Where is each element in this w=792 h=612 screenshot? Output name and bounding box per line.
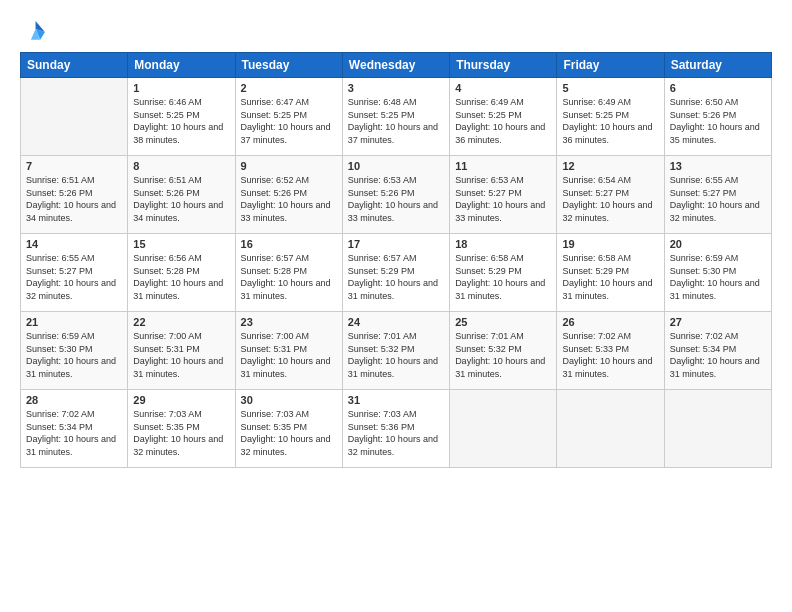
cell-info: Sunrise: 6:57 AMSunset: 5:29 PMDaylight:… bbox=[348, 252, 444, 302]
calendar-cell: 17Sunrise: 6:57 AMSunset: 5:29 PMDayligh… bbox=[342, 234, 449, 312]
cell-info: Sunrise: 7:03 AMSunset: 5:35 PMDaylight:… bbox=[133, 408, 229, 458]
cell-info: Sunrise: 7:02 AMSunset: 5:34 PMDaylight:… bbox=[26, 408, 122, 458]
cell-info: Sunrise: 6:57 AMSunset: 5:28 PMDaylight:… bbox=[241, 252, 337, 302]
calendar-cell: 20Sunrise: 6:59 AMSunset: 5:30 PMDayligh… bbox=[664, 234, 771, 312]
calendar-cell: 13Sunrise: 6:55 AMSunset: 5:27 PMDayligh… bbox=[664, 156, 771, 234]
cell-info: Sunrise: 6:53 AMSunset: 5:27 PMDaylight:… bbox=[455, 174, 551, 224]
calendar-cell: 31Sunrise: 7:03 AMSunset: 5:36 PMDayligh… bbox=[342, 390, 449, 468]
logo bbox=[20, 18, 52, 46]
day-number: 17 bbox=[348, 238, 444, 250]
week-row-5: 28Sunrise: 7:02 AMSunset: 5:34 PMDayligh… bbox=[21, 390, 772, 468]
day-number: 22 bbox=[133, 316, 229, 328]
calendar-cell: 14Sunrise: 6:55 AMSunset: 5:27 PMDayligh… bbox=[21, 234, 128, 312]
calendar-cell: 7Sunrise: 6:51 AMSunset: 5:26 PMDaylight… bbox=[21, 156, 128, 234]
calendar-cell: 8Sunrise: 6:51 AMSunset: 5:26 PMDaylight… bbox=[128, 156, 235, 234]
day-number: 26 bbox=[562, 316, 658, 328]
cell-info: Sunrise: 7:01 AMSunset: 5:32 PMDaylight:… bbox=[348, 330, 444, 380]
day-number: 14 bbox=[26, 238, 122, 250]
cell-info: Sunrise: 6:49 AMSunset: 5:25 PMDaylight:… bbox=[455, 96, 551, 146]
day-header-sunday: Sunday bbox=[21, 53, 128, 78]
calendar-cell: 9Sunrise: 6:52 AMSunset: 5:26 PMDaylight… bbox=[235, 156, 342, 234]
calendar-cell: 10Sunrise: 6:53 AMSunset: 5:26 PMDayligh… bbox=[342, 156, 449, 234]
cell-info: Sunrise: 7:01 AMSunset: 5:32 PMDaylight:… bbox=[455, 330, 551, 380]
calendar-cell: 3Sunrise: 6:48 AMSunset: 5:25 PMDaylight… bbox=[342, 78, 449, 156]
calendar-cell: 23Sunrise: 7:00 AMSunset: 5:31 PMDayligh… bbox=[235, 312, 342, 390]
cell-info: Sunrise: 6:59 AMSunset: 5:30 PMDaylight:… bbox=[670, 252, 766, 302]
cell-info: Sunrise: 6:49 AMSunset: 5:25 PMDaylight:… bbox=[562, 96, 658, 146]
calendar-cell: 26Sunrise: 7:02 AMSunset: 5:33 PMDayligh… bbox=[557, 312, 664, 390]
day-number: 6 bbox=[670, 82, 766, 94]
calendar-cell: 12Sunrise: 6:54 AMSunset: 5:27 PMDayligh… bbox=[557, 156, 664, 234]
day-number: 25 bbox=[455, 316, 551, 328]
cell-info: Sunrise: 6:59 AMSunset: 5:30 PMDaylight:… bbox=[26, 330, 122, 380]
calendar-cell: 22Sunrise: 7:00 AMSunset: 5:31 PMDayligh… bbox=[128, 312, 235, 390]
day-number: 31 bbox=[348, 394, 444, 406]
cell-info: Sunrise: 6:47 AMSunset: 5:25 PMDaylight:… bbox=[241, 96, 337, 146]
calendar-cell: 5Sunrise: 6:49 AMSunset: 5:25 PMDaylight… bbox=[557, 78, 664, 156]
calendar-cell: 4Sunrise: 6:49 AMSunset: 5:25 PMDaylight… bbox=[450, 78, 557, 156]
calendar-page: SundayMondayTuesdayWednesdayThursdayFrid… bbox=[0, 0, 792, 612]
calendar-cell: 30Sunrise: 7:03 AMSunset: 5:35 PMDayligh… bbox=[235, 390, 342, 468]
day-number: 19 bbox=[562, 238, 658, 250]
cell-info: Sunrise: 7:02 AMSunset: 5:33 PMDaylight:… bbox=[562, 330, 658, 380]
cell-info: Sunrise: 7:00 AMSunset: 5:31 PMDaylight:… bbox=[241, 330, 337, 380]
cell-info: Sunrise: 7:03 AMSunset: 5:35 PMDaylight:… bbox=[241, 408, 337, 458]
day-number: 23 bbox=[241, 316, 337, 328]
cell-info: Sunrise: 6:46 AMSunset: 5:25 PMDaylight:… bbox=[133, 96, 229, 146]
calendar-cell: 27Sunrise: 7:02 AMSunset: 5:34 PMDayligh… bbox=[664, 312, 771, 390]
day-number: 11 bbox=[455, 160, 551, 172]
calendar-cell: 16Sunrise: 6:57 AMSunset: 5:28 PMDayligh… bbox=[235, 234, 342, 312]
day-number: 8 bbox=[133, 160, 229, 172]
week-row-2: 7Sunrise: 6:51 AMSunset: 5:26 PMDaylight… bbox=[21, 156, 772, 234]
day-header-tuesday: Tuesday bbox=[235, 53, 342, 78]
week-row-1: 1Sunrise: 6:46 AMSunset: 5:25 PMDaylight… bbox=[21, 78, 772, 156]
day-number: 5 bbox=[562, 82, 658, 94]
day-number: 13 bbox=[670, 160, 766, 172]
week-row-3: 14Sunrise: 6:55 AMSunset: 5:27 PMDayligh… bbox=[21, 234, 772, 312]
day-number: 16 bbox=[241, 238, 337, 250]
day-header-thursday: Thursday bbox=[450, 53, 557, 78]
day-number: 7 bbox=[26, 160, 122, 172]
cell-info: Sunrise: 6:56 AMSunset: 5:28 PMDaylight:… bbox=[133, 252, 229, 302]
day-number: 28 bbox=[26, 394, 122, 406]
day-number: 10 bbox=[348, 160, 444, 172]
day-number: 4 bbox=[455, 82, 551, 94]
day-number: 12 bbox=[562, 160, 658, 172]
day-header-wednesday: Wednesday bbox=[342, 53, 449, 78]
calendar-cell: 21Sunrise: 6:59 AMSunset: 5:30 PMDayligh… bbox=[21, 312, 128, 390]
calendar-cell: 11Sunrise: 6:53 AMSunset: 5:27 PMDayligh… bbox=[450, 156, 557, 234]
cell-info: Sunrise: 6:48 AMSunset: 5:25 PMDaylight:… bbox=[348, 96, 444, 146]
logo-icon bbox=[20, 18, 48, 46]
day-number: 18 bbox=[455, 238, 551, 250]
calendar-cell: 15Sunrise: 6:56 AMSunset: 5:28 PMDayligh… bbox=[128, 234, 235, 312]
calendar-cell: 29Sunrise: 7:03 AMSunset: 5:35 PMDayligh… bbox=[128, 390, 235, 468]
day-number: 9 bbox=[241, 160, 337, 172]
calendar-cell: 25Sunrise: 7:01 AMSunset: 5:32 PMDayligh… bbox=[450, 312, 557, 390]
cell-info: Sunrise: 7:02 AMSunset: 5:34 PMDaylight:… bbox=[670, 330, 766, 380]
cell-info: Sunrise: 6:55 AMSunset: 5:27 PMDaylight:… bbox=[670, 174, 766, 224]
calendar-table: SundayMondayTuesdayWednesdayThursdayFrid… bbox=[20, 52, 772, 468]
day-number: 20 bbox=[670, 238, 766, 250]
calendar-cell: 6Sunrise: 6:50 AMSunset: 5:26 PMDaylight… bbox=[664, 78, 771, 156]
day-header-monday: Monday bbox=[128, 53, 235, 78]
calendar-cell: 18Sunrise: 6:58 AMSunset: 5:29 PMDayligh… bbox=[450, 234, 557, 312]
cell-info: Sunrise: 6:58 AMSunset: 5:29 PMDaylight:… bbox=[562, 252, 658, 302]
calendar-cell: 19Sunrise: 6:58 AMSunset: 5:29 PMDayligh… bbox=[557, 234, 664, 312]
cell-info: Sunrise: 7:00 AMSunset: 5:31 PMDaylight:… bbox=[133, 330, 229, 380]
calendar-cell: 2Sunrise: 6:47 AMSunset: 5:25 PMDaylight… bbox=[235, 78, 342, 156]
day-number: 24 bbox=[348, 316, 444, 328]
day-number: 21 bbox=[26, 316, 122, 328]
calendar-cell bbox=[664, 390, 771, 468]
day-number: 27 bbox=[670, 316, 766, 328]
day-number: 30 bbox=[241, 394, 337, 406]
day-number: 1 bbox=[133, 82, 229, 94]
day-number: 2 bbox=[241, 82, 337, 94]
calendar-cell bbox=[557, 390, 664, 468]
calendar-cell: 24Sunrise: 7:01 AMSunset: 5:32 PMDayligh… bbox=[342, 312, 449, 390]
cell-info: Sunrise: 6:51 AMSunset: 5:26 PMDaylight:… bbox=[133, 174, 229, 224]
day-number: 3 bbox=[348, 82, 444, 94]
day-header-friday: Friday bbox=[557, 53, 664, 78]
cell-info: Sunrise: 6:55 AMSunset: 5:27 PMDaylight:… bbox=[26, 252, 122, 302]
week-row-4: 21Sunrise: 6:59 AMSunset: 5:30 PMDayligh… bbox=[21, 312, 772, 390]
day-number: 15 bbox=[133, 238, 229, 250]
